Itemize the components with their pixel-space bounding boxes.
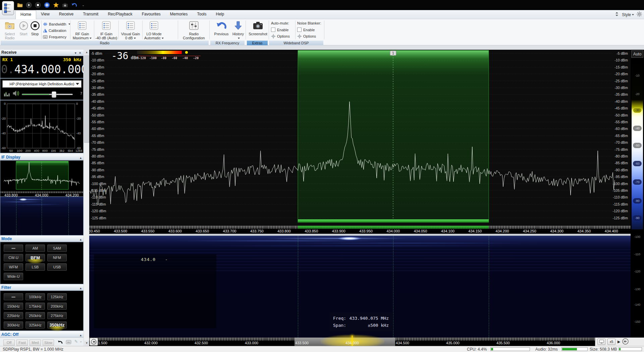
filter-button-175khz[interactable]: 175kHz bbox=[25, 303, 45, 310]
agc-panel-header[interactable]: AGC: Off▴ bbox=[0, 332, 84, 338]
mode-button-wfm[interactable]: WFM bbox=[4, 263, 23, 271]
auto-range-button[interactable]: Auto bbox=[631, 50, 643, 58]
application-menu-button[interactable] bbox=[2, 1, 14, 15]
frequency-display[interactable]: 0.434.000.000 bbox=[1, 63, 83, 76]
filter-panel-header[interactable]: Filter▴ bbox=[0, 285, 84, 291]
collapse-panel-icon[interactable]: ▴ bbox=[80, 237, 82, 242]
collapse-panel-icon[interactable]: ▴ bbox=[80, 155, 82, 160]
mode-button-nfm[interactable]: NFM bbox=[47, 254, 67, 261]
stop-icon[interactable] bbox=[35, 2, 41, 8]
auto-mute-enable[interactable]: Enable bbox=[271, 28, 288, 32]
spectrum-frequency-ruler[interactable]: 433.450433.500433.550433.600433.650433.7… bbox=[89, 226, 631, 234]
agc-button-slow[interactable]: Slow bbox=[43, 340, 54, 346]
tab-view[interactable]: View bbox=[36, 10, 54, 19]
display-settings-icon[interactable] bbox=[597, 339, 605, 345]
collapse-ribbon-icon[interactable] bbox=[614, 11, 619, 18]
play-icon[interactable] bbox=[26, 2, 32, 8]
open-folder-icon[interactable] bbox=[17, 2, 23, 8]
scrollbar-thumb[interactable] bbox=[84, 55, 89, 143]
agc-button-fast[interactable]: Fast bbox=[16, 340, 28, 346]
screenshot-button[interactable]: Screenshot bbox=[248, 20, 268, 36]
mode-button-sam[interactable]: SAM bbox=[47, 245, 67, 252]
tab-favourites[interactable]: Favourites bbox=[137, 10, 165, 19]
agc-button-med[interactable]: Med bbox=[30, 340, 41, 346]
filter-button-225khz[interactable]: 225kHz bbox=[4, 312, 23, 319]
tab-rec-playback[interactable]: Rec/Playback bbox=[103, 10, 137, 19]
mode-panel-header[interactable]: Mode▴ bbox=[0, 236, 84, 242]
history-button[interactable]: History bbox=[231, 20, 245, 40]
receive-panel-header[interactable]: Receive ▾ ✕ bbox=[0, 50, 84, 55]
tab-help[interactable]: Help bbox=[211, 10, 229, 19]
mode-button-lsb[interactable]: LSB bbox=[25, 263, 45, 271]
agc-button-off[interactable]: Off bbox=[3, 340, 15, 346]
select-radio-button[interactable]: SelectRadio bbox=[2, 20, 17, 40]
mode-button-am[interactable]: AM bbox=[25, 245, 45, 252]
filter-button-250khz[interactable]: 250kHz bbox=[25, 312, 45, 319]
tab-receive[interactable]: Receive bbox=[54, 10, 78, 19]
filter-button-125khz[interactable]: 125kHz bbox=[47, 293, 67, 300]
volume-slider-thumb[interactable] bbox=[52, 91, 56, 98]
auto-mute-options[interactable]: Options bbox=[271, 34, 290, 39]
radio-configuration-button[interactable]: RadioConfiguration bbox=[180, 20, 208, 40]
play-arrow-icon[interactable]: ▶ bbox=[618, 340, 620, 344]
if-waterfall[interactable] bbox=[0, 197, 84, 235]
camera-icon[interactable] bbox=[62, 2, 68, 8]
auto-mute-enable-checkbox[interactable] bbox=[271, 28, 275, 32]
tab-memories[interactable]: Memories bbox=[165, 10, 193, 19]
filter-button-200khz[interactable]: 200kHz bbox=[47, 303, 67, 310]
mode-button-[interactable]: ••• bbox=[4, 245, 23, 252]
panel-close-icon[interactable]: ✕ bbox=[79, 51, 82, 55]
favourite-star-icon[interactable] bbox=[53, 2, 59, 8]
stop-button[interactable]: Stop bbox=[30, 20, 40, 36]
add-icon[interactable] bbox=[44, 2, 50, 8]
scroll-left-button[interactable] bbox=[90, 338, 98, 346]
edit-icon[interactable]: ✎ bbox=[74, 339, 78, 344]
main-spectrum-display[interactable]: 1 -5 dBm-10 dBm-15 dBm-20 dBm-25 dBm-30 … bbox=[89, 50, 631, 234]
settings-gear-icon[interactable] bbox=[637, 11, 642, 18]
tab-transmit[interactable]: Transmit bbox=[78, 10, 103, 19]
if-display-header[interactable]: IF Display▴ bbox=[0, 155, 84, 160]
lo-mode-button[interactable]: LO ModeAutomatic bbox=[143, 20, 165, 40]
waterfall-speed-button[interactable]: x5 bbox=[607, 339, 615, 345]
filter-button-100khz[interactable]: 100kHz bbox=[25, 293, 45, 300]
undo-arrow-icon[interactable] bbox=[57, 340, 63, 346]
mode-button-usb[interactable]: USB bbox=[47, 263, 67, 271]
visual-gain-button[interactable]: Visual Gain0 dB bbox=[119, 20, 142, 40]
filter-button-275khz[interactable]: 275kHz bbox=[47, 312, 67, 319]
tab-tools[interactable]: Tools bbox=[193, 10, 211, 19]
collapse-panel-icon[interactable]: ▴ bbox=[80, 285, 82, 291]
qat-more-icon[interactable]: ⌄ bbox=[80, 2, 86, 8]
fast-forward-icon[interactable] bbox=[622, 338, 629, 346]
equalizer-icon[interactable] bbox=[4, 91, 10, 98]
style-button[interactable]: Style bbox=[622, 12, 634, 17]
filter-button-[interactable]: ••• bbox=[4, 293, 23, 300]
collapse-panel-icon[interactable]: ▴ bbox=[80, 333, 82, 338]
filter-button-150khz[interactable]: 150kHz bbox=[4, 303, 23, 310]
bandwidth-button[interactable]: Bandwidth bbox=[43, 21, 71, 27]
if-spectrum-graph[interactable] bbox=[0, 161, 83, 191]
mode-button-bfm[interactable]: BFM bbox=[25, 254, 45, 261]
start-button[interactable]: Start bbox=[18, 20, 29, 36]
sidebar-scrollbar[interactable]: ▲ ▼ bbox=[84, 50, 89, 346]
previous-frequency-button[interactable]: Previous bbox=[212, 20, 231, 36]
chevron-down-icon[interactable]: ⌄ bbox=[79, 339, 82, 343]
waterfall-frequency-ruler[interactable]: 431.500432.000432.500433.000433.500434.0… bbox=[89, 338, 644, 346]
speaker-icon[interactable] bbox=[12, 90, 20, 98]
audio-device-select[interactable]: HP (Périphérique High Definition Audio) bbox=[2, 80, 82, 88]
frequency-button[interactable]: Frequency bbox=[43, 34, 71, 40]
panel-menu-icon[interactable]: ▾ bbox=[75, 51, 76, 55]
calibration-button[interactable]: Calibration bbox=[43, 27, 71, 34]
filter-button-325khz[interactable]: 325kHz bbox=[25, 321, 45, 328]
volume-slider[interactable] bbox=[22, 94, 73, 95]
mode-button-cwu[interactable]: CW-U bbox=[4, 254, 23, 261]
filter-button-300khz[interactable]: 300kHz bbox=[4, 321, 23, 328]
tab-home[interactable]: Home bbox=[15, 10, 36, 19]
scroll-up-icon[interactable]: ▲ bbox=[84, 50, 89, 55]
mode-button-wideu[interactable]: Wide-U bbox=[4, 273, 23, 280]
passband-bottom-bar[interactable] bbox=[298, 219, 489, 222]
noise-blanker-options[interactable]: Options bbox=[297, 34, 316, 39]
scroll-down-icon[interactable]: ▼ bbox=[84, 341, 89, 346]
export-icon[interactable] bbox=[66, 340, 71, 345]
filter-button-350khz[interactable]: 350kHz bbox=[47, 321, 67, 328]
rf-gain-button[interactable]: RF GainMaximum bbox=[71, 20, 93, 40]
